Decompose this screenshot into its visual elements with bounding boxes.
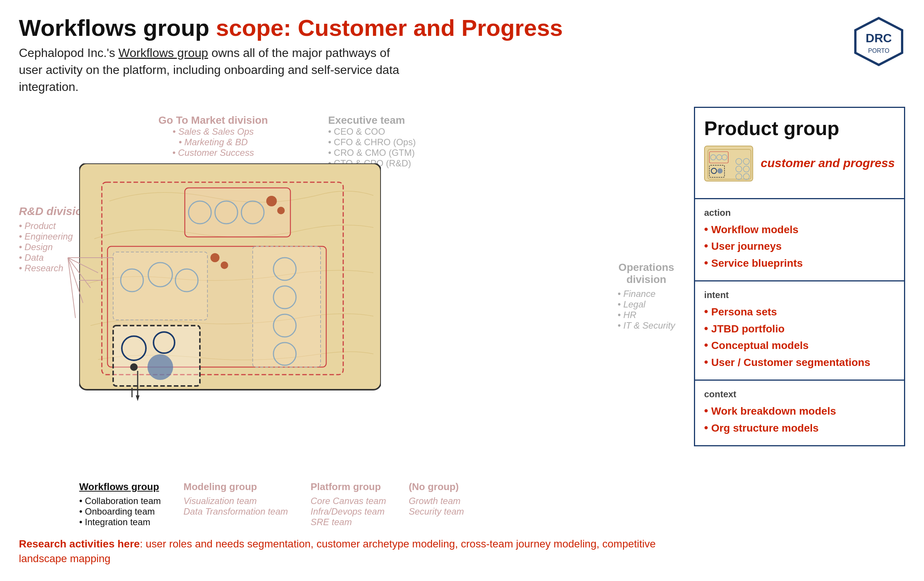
ops-title: Operationsdivision — [618, 261, 675, 286]
gtm-title: Go To Market division — [158, 114, 268, 126]
exec-title: Executive team — [328, 114, 416, 126]
research-footer: Research activities here: user roles and… — [19, 536, 679, 566]
action-section: action Workflow models User journeys Ser… — [694, 199, 905, 282]
svg-point-45 — [717, 168, 723, 173]
gtm-item-2: Marketing & BD — [158, 137, 268, 147]
subtitle-underline: Workflows group — [119, 46, 208, 59]
svg-text:DRC: DRC — [866, 31, 891, 45]
nogroup-item-2: Security team — [409, 506, 484, 517]
workflows-item-2: Onboarding team — [79, 506, 161, 517]
ops-items: Finance Legal HR IT & Security — [618, 289, 675, 331]
diagram-container: Go To Market division Sales & Sales Ops … — [19, 114, 679, 474]
platform-item-2: Infra/Devops team — [311, 506, 386, 517]
exec-item-3: CRO & CMO (GTM) — [328, 147, 416, 158]
nogroup-title: (No group) — [409, 481, 484, 493]
svg-text:PORTO: PORTO — [868, 48, 889, 54]
modeling-item-2: Data Transformation team — [184, 506, 288, 517]
workflows-item-3: Integration team — [79, 517, 161, 527]
intent-items: Persona sets JTBD portfolio Conceptual m… — [704, 304, 895, 370]
action-item-3: Service blueprints — [704, 256, 895, 271]
workflows-group-items: Collaboration team Onboarding team Integ… — [79, 496, 161, 527]
svg-marker-31 — [136, 395, 140, 401]
exec-items: CEO & COO CFO & CHRO (Ops) CRO & CMO (GT… — [328, 126, 416, 168]
subtitle: Cephalopod Inc.'s Workflows group owns a… — [19, 45, 415, 95]
intent-section: intent Persona sets JTBD portfolio Conce… — [694, 281, 905, 381]
platform-item-1: Core Canvas team — [311, 496, 386, 506]
subtitle-plain: Cephalopod Inc.'s — [19, 46, 115, 59]
intent-item-4: User / Customer segmentations — [704, 355, 895, 370]
ops-item-4: IT & Security — [618, 320, 675, 331]
ops-division-label: Operationsdivision Finance Legal HR IT &… — [618, 261, 675, 331]
svg-point-26 — [147, 354, 173, 380]
context-item-2: Org structure models — [704, 420, 895, 436]
svg-point-10 — [277, 207, 285, 214]
context-items: Work breakdown models Org structure mode… — [704, 403, 895, 436]
modeling-item-1: Visualization team — [184, 496, 288, 506]
action-item-1: Workflow models — [704, 222, 895, 237]
svg-point-9 — [266, 196, 277, 206]
header-left: Workflows group scope: Customer and Prog… — [19, 15, 563, 96]
research-footer-label: Research activities here — [19, 538, 140, 550]
nogroup-items: Growth team Security team — [409, 496, 484, 517]
action-items: Workflow models User journeys Service bl… — [704, 222, 895, 271]
title-red: scope: Customer and Progress — [216, 15, 563, 41]
workflows-group-label: Workflows group Collaboration team Onboa… — [79, 481, 161, 527]
intent-item-2: JTBD portfolio — [704, 321, 895, 337]
exec-item-1: CEO & COO — [328, 126, 416, 137]
page: Workflows group scope: Customer and Prog… — [0, 0, 924, 581]
context-label: context — [704, 389, 895, 399]
product-group-image-row: customer and progress — [704, 145, 895, 182]
nogroup-item-1: Growth team — [409, 496, 484, 506]
context-item-1: Work breakdown models — [704, 403, 895, 419]
workflows-group-title: Workflows group — [79, 481, 161, 493]
platform-group-title: Platform group — [311, 481, 386, 493]
intent-item-1: Persona sets — [704, 304, 895, 320]
ops-item-3: HR — [618, 310, 675, 320]
modeling-group-label: Modeling group Visualization team Data T… — [184, 481, 288, 527]
right-panel: Product group — [694, 107, 905, 566]
nogroup-label: (No group) Growth team Security team — [409, 481, 484, 527]
arrow-line — [136, 371, 140, 401]
ops-item-2: Legal — [618, 299, 675, 310]
ops-item-1: Finance — [618, 289, 675, 299]
intent-label: intent — [704, 290, 895, 300]
rd-item-1: Product — [19, 221, 89, 231]
header: Workflows group scope: Customer and Prog… — [19, 15, 905, 96]
action-label: action — [704, 208, 895, 218]
exec-division-label: Executive team CEO & COO CFO & CHRO (Ops… — [328, 114, 416, 168]
svg-rect-18 — [253, 246, 320, 367]
svg-point-17 — [221, 261, 228, 269]
product-group-title: Product group — [704, 117, 895, 140]
rd-item-2: Engineering — [19, 231, 89, 242]
rd-lines — [68, 257, 143, 333]
product-group-subtitle: customer and progress — [761, 155, 895, 171]
main-content: Go To Market division Sales & Sales Ops … — [19, 107, 905, 566]
platform-group-items: Core Canvas team Infra/Devops team SRE t… — [311, 496, 386, 527]
modeling-group-title: Modeling group — [184, 481, 288, 493]
gtm-item-3: Customer Success — [158, 147, 268, 158]
product-group-card: Product group — [694, 107, 905, 199]
svg-point-16 — [210, 253, 219, 262]
exec-item-2: CFO & CHRO (Ops) — [328, 137, 416, 147]
rd-item-3: Design — [19, 242, 89, 253]
platform-item-3: SRE team — [311, 517, 386, 527]
platform-group-label: Platform group Core Canvas team Infra/De… — [311, 481, 386, 527]
svg-point-27 — [130, 363, 138, 371]
drc-logo: DRC PORTO — [852, 15, 905, 68]
page-title: Workflows group scope: Customer and Prog… — [19, 15, 563, 41]
bottom-labels: Workflows group Collaboration team Onboa… — [19, 481, 679, 527]
rd-title: R&D division — [19, 205, 89, 218]
product-group-thumbnail — [704, 145, 753, 182]
action-item-2: User journeys — [704, 238, 895, 254]
gtm-division-label: Go To Market division Sales & Sales Ops … — [158, 114, 268, 158]
gtm-item-1: Sales & Sales Ops — [158, 126, 268, 137]
gtm-items: Sales & Sales Ops Marketing & BD Custome… — [158, 126, 268, 158]
diagram-area: Go To Market division Sales & Sales Ops … — [19, 107, 679, 566]
title-black: Workflows group — [19, 15, 209, 41]
intent-item-3: Conceptual models — [704, 338, 895, 353]
modeling-group-items: Visualization team Data Transformation t… — [184, 496, 288, 517]
workflows-item-1: Collaboration team — [79, 496, 161, 506]
context-section: context Work breakdown models Org struct… — [694, 381, 905, 446]
